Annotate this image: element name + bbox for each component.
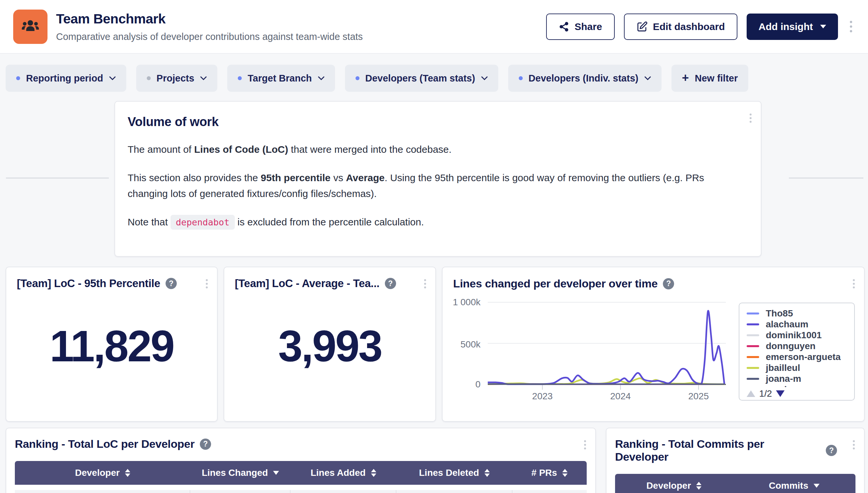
y-axis-tick: 1 000k — [443, 297, 481, 307]
card-kebab-menu[interactable] — [747, 111, 754, 125]
column-header-developer[interactable]: Developer — [615, 480, 733, 491]
legend-item[interactable]: donnguyen — [747, 341, 854, 351]
legend-page-up-icon[interactable] — [747, 390, 755, 397]
text-run: The amount of — [128, 144, 194, 155]
y-axis-tick: 500k — [443, 339, 481, 350]
share-icon — [559, 21, 569, 32]
legend-swatch — [747, 345, 759, 347]
legend-item[interactable]: jbailleul — [747, 362, 854, 373]
legend-item[interactable]: dominik1001 — [747, 330, 854, 341]
card-kebab-menu[interactable] — [850, 437, 858, 452]
filter-label: Projects — [157, 73, 194, 84]
filter-label: Developers (Team stats) — [365, 73, 475, 84]
lines-changed-chart-card: Lines changed per developer over time? 1… — [442, 266, 865, 422]
column-header-lines-added[interactable]: Lines Added — [291, 468, 396, 478]
chevron-down-icon — [109, 76, 116, 81]
legend-item[interactable]: alachaum — [747, 319, 854, 330]
ranking-loc-table-header: Developer Lines Changed Lines Added Line… — [15, 461, 587, 485]
column-label: Lines Added — [311, 468, 366, 478]
legend-swatch — [747, 378, 759, 380]
card-kebab-menu[interactable] — [421, 277, 429, 291]
filter-target-branch[interactable]: Target Branch — [227, 65, 335, 92]
section-divider-left — [6, 177, 109, 178]
share-label: Share — [575, 21, 602, 33]
filter-developers-team-stats[interactable]: Developers (Team stats) — [345, 65, 498, 92]
chart-legend: Tho85 alachaum dominik1001 donnguyen eme… — [739, 303, 855, 401]
card-kebab-menu[interactable] — [581, 437, 589, 452]
card-kebab-menu[interactable] — [203, 277, 210, 291]
sort-desc-icon — [814, 484, 820, 488]
header-kebab-menu[interactable] — [847, 18, 855, 35]
column-header-prs[interactable]: # PRs — [512, 468, 587, 478]
sort-icon — [371, 469, 376, 477]
edit-dashboard-button[interactable]: Edit dashboard — [624, 14, 737, 40]
column-label: Commits — [769, 480, 808, 491]
legend-page-down-icon[interactable] — [776, 390, 784, 397]
new-filter-label: New filter — [695, 73, 738, 84]
lines-chart-svg — [488, 300, 726, 399]
dashboard-icon-tile — [13, 9, 47, 44]
y-axis-tick: 0 — [443, 379, 481, 390]
add-insight-button[interactable]: Add insight — [747, 14, 838, 40]
filter-label: Target Branch — [248, 73, 312, 84]
column-header-lines-changed[interactable]: Lines Changed — [190, 468, 290, 478]
legend-item[interactable]: joana-m — [747, 373, 854, 384]
legend-items: Tho85 alachaum dominik1001 donnguyen eme… — [747, 308, 854, 387]
filter-dot — [16, 76, 20, 80]
column-label: Developer — [75, 468, 119, 478]
column-header-commits[interactable]: Commits — [733, 480, 855, 491]
legend-swatch — [747, 334, 759, 336]
chevron-down-icon — [481, 76, 488, 81]
ranking-commits-title: Ranking - Total Commits per Developer — [615, 437, 821, 463]
filter-projects[interactable]: Projects — [136, 65, 217, 92]
legend-label: alachaum — [766, 319, 808, 330]
x-axis-tick: 2024 — [610, 391, 630, 402]
legend-swatch — [747, 367, 759, 369]
sort-desc-icon — [273, 471, 279, 475]
text-run-bold: 95th percentile — [261, 172, 331, 183]
volume-paragraph-1: The amount of Lines of Code (LoC) that w… — [128, 142, 738, 157]
filter-reporting-period[interactable]: Reporting period — [6, 65, 126, 92]
kpi-card-loc-95th-percentile: [Team] LoC - 95th Percentile? 11,829 — [6, 266, 218, 422]
legend-item[interactable]: maxime — [747, 384, 854, 387]
top-bar: Team Benchmark Comparative analysis of d… — [0, 0, 868, 54]
chevron-down-icon — [318, 76, 325, 81]
x-axis-tick: 2025 — [688, 391, 709, 402]
column-header-lines-deleted[interactable]: Lines Deleted — [396, 468, 512, 478]
filter-developers-indiv-stats[interactable]: Developers (Indiv. stats) — [508, 65, 662, 92]
kpi-value: 3,993 — [235, 281, 425, 411]
kpi-card-loc-average: [Team] LoC - Average - Tea...? 3,993 — [224, 266, 436, 422]
legend-item[interactable]: Tho85 — [747, 308, 854, 319]
text-run: is excluded from the percentile calculat… — [235, 216, 424, 227]
chevron-down-icon — [820, 25, 826, 28]
legend-label: jbailleul — [766, 363, 800, 373]
volume-of-work-card: Volume of work The amount of Lines of Co… — [114, 101, 761, 257]
help-icon[interactable]: ? — [826, 445, 837, 456]
legend-pagination: 1/2 — [747, 388, 854, 399]
filter-dot — [238, 76, 242, 80]
chevron-down-icon — [200, 76, 207, 81]
sort-icon — [562, 469, 567, 477]
kpi-value: 11,829 — [17, 281, 206, 411]
page-subtitle: Comparative analysis of developer contri… — [56, 31, 546, 42]
filter-dot — [356, 76, 359, 80]
legend-label: maxime — [766, 384, 800, 387]
x-axis-tick: 2023 — [532, 391, 553, 402]
sort-icon — [696, 482, 702, 490]
dependabot-code-chip: dependabot — [171, 215, 235, 230]
text-run-bold: Average — [346, 172, 384, 183]
column-label: Developer — [646, 480, 691, 491]
share-button[interactable]: Share — [546, 14, 615, 40]
page-title: Team Benchmark — [56, 11, 546, 27]
filter-dot — [147, 76, 151, 80]
sort-icon — [125, 469, 130, 477]
help-icon[interactable]: ? — [200, 438, 211, 450]
column-header-developer[interactable]: Developer — [15, 468, 190, 478]
text-run: vs — [330, 172, 346, 183]
new-filter-button[interactable]: + New filter — [671, 65, 749, 92]
ranking-loc-title: Ranking - Total LoC per Developer — [15, 437, 195, 450]
team-people-icon — [21, 17, 40, 36]
legend-item[interactable]: emerson-argueta — [747, 351, 854, 362]
text-run: This section also provides the — [128, 172, 261, 183]
column-label: # PRs — [531, 468, 557, 478]
